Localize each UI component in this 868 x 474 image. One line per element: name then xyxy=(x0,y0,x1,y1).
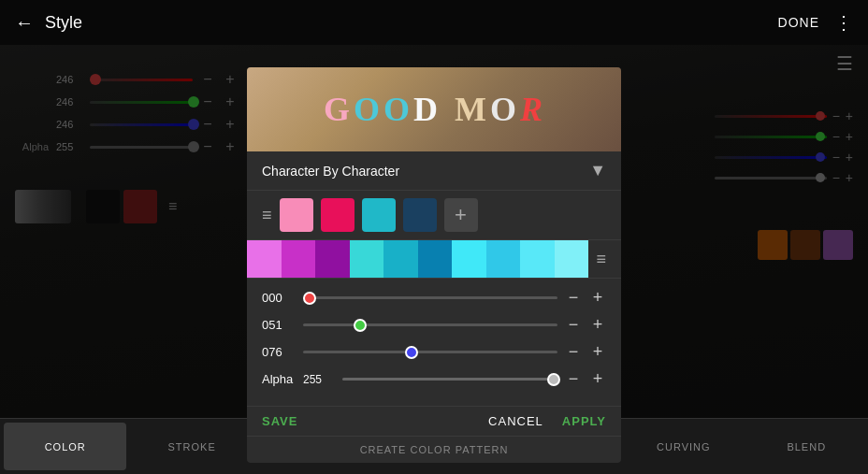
preview-char-g: G xyxy=(324,90,352,129)
palette-9[interactable] xyxy=(520,240,555,278)
palette-6[interactable] xyxy=(418,240,453,278)
modal-slider-alpha-minus[interactable]: − xyxy=(565,369,582,389)
modal-slider-green-label: 051 xyxy=(262,318,296,332)
modal-color-row: ≡ + xyxy=(247,191,621,240)
tab-curving[interactable]: CURVING xyxy=(622,419,745,474)
palette-4[interactable] xyxy=(350,240,384,278)
preview-char-r: R xyxy=(520,90,544,129)
modal-slider-blue-plus[interactable]: + xyxy=(589,342,606,362)
modal-slider-green-plus[interactable]: + xyxy=(589,315,606,335)
dropdown-arrow-icon: ▼ xyxy=(589,161,606,180)
preview-char-o1: O xyxy=(354,90,382,129)
modal-slider-row-blue: 076 − + xyxy=(262,342,606,362)
page-title: Style xyxy=(45,13,778,33)
back-button[interactable]: ← xyxy=(15,12,34,34)
tab-color[interactable]: COLOR xyxy=(4,423,126,470)
modal-slider-section: 000 − + 051 − + 076 − + Alpha xyxy=(247,279,621,406)
modal-slider-row-red: 000 − + xyxy=(262,288,606,308)
color-swatch-add[interactable]: + xyxy=(444,198,478,232)
palette-1[interactable] xyxy=(247,240,282,278)
color-modal: G O O D M O R Character By Character ▼ ≡… xyxy=(247,67,621,463)
color-swatch-magenta[interactable] xyxy=(321,198,354,232)
create-pattern-row[interactable]: CREATE COLOR PATTERN xyxy=(247,436,621,463)
palette-2[interactable] xyxy=(282,240,316,278)
modal-slider-red-label: 000 xyxy=(262,291,296,305)
modal-slider-alpha-plus[interactable]: + xyxy=(589,369,606,389)
palette-5[interactable] xyxy=(383,240,418,278)
modal-slider-red-plus[interactable]: + xyxy=(589,288,606,308)
palette-3[interactable] xyxy=(315,240,350,278)
palette-strip[interactable] xyxy=(247,240,588,278)
preview-char-m: M xyxy=(455,90,488,129)
dropdown-label: Character By Character xyxy=(262,164,589,179)
palette-10[interactable] xyxy=(555,240,589,278)
palette-7[interactable] xyxy=(452,240,486,278)
modal-slider-blue-track[interactable] xyxy=(303,351,557,353)
apply-button[interactable]: APPLY xyxy=(562,414,606,428)
palette-menu-icon[interactable]: ≡ xyxy=(596,250,606,269)
modal-slider-green-track[interactable] xyxy=(303,323,557,326)
palette-8[interactable] xyxy=(486,240,521,278)
done-button[interactable]: DONE xyxy=(778,15,819,30)
preview-char-o3: O xyxy=(490,90,518,129)
save-button[interactable]: SAVE xyxy=(262,414,297,428)
tab-stroke[interactable]: STROKE xyxy=(130,419,253,474)
header: ← Style DONE ⋮ xyxy=(0,0,868,45)
add-icon: + xyxy=(455,203,467,227)
create-pattern-label: CREATE COLOR PATTERN xyxy=(360,444,509,455)
color-swatch-teal[interactable] xyxy=(362,198,396,232)
modal-slider-row-green: 051 − + xyxy=(262,315,606,335)
preview-text: G O O D M O R xyxy=(324,90,544,129)
modal-alpha-value: 255 xyxy=(303,373,331,386)
modal-slider-blue-label: 076 xyxy=(262,345,296,359)
modal-slider-row-alpha: Alpha 255 − + xyxy=(262,369,606,389)
color-swatch-navy[interactable] xyxy=(403,198,437,232)
modal-slider-alpha-label: Alpha xyxy=(262,372,296,386)
more-icon[interactable]: ⋮ xyxy=(834,11,853,34)
modal-slider-green-minus[interactable]: − xyxy=(565,315,582,335)
color-swatch-pink[interactable] xyxy=(280,198,313,232)
modal-palette-row: ≡ xyxy=(247,240,621,279)
color-row-menu-icon[interactable]: ≡ xyxy=(262,206,272,225)
modal-slider-alpha-track[interactable] xyxy=(342,378,557,381)
modal-slider-red-track[interactable] xyxy=(303,296,557,299)
modal-slider-red-minus[interactable]: − xyxy=(565,288,582,308)
modal-actions: SAVE CANCEL APPLY xyxy=(247,406,621,436)
modal-preview: G O O D M O R xyxy=(247,67,621,151)
modal-dropdown[interactable]: Character By Character ▼ xyxy=(247,151,621,191)
modal-slider-blue-minus[interactable]: − xyxy=(565,342,582,362)
preview-char-d: D xyxy=(413,90,440,129)
tab-blend[interactable]: BLEND xyxy=(745,419,868,474)
cancel-button[interactable]: CANCEL xyxy=(488,414,543,428)
preview-char-o2: O xyxy=(383,90,412,129)
